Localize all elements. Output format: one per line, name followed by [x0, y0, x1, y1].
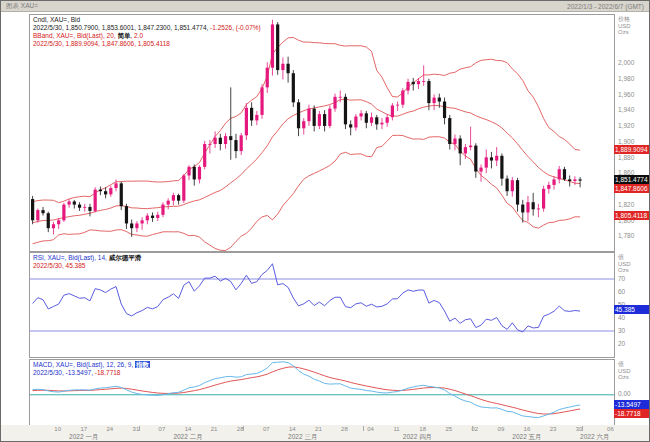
time-axis[interactable]: 1017243107142128071421280411182502091623…: [1, 425, 650, 442]
candle-body[interactable]: [401, 91, 404, 105]
candle-body[interactable]: [349, 124, 352, 127]
candle-body[interactable]: [57, 220, 60, 224]
candle-body[interactable]: [526, 202, 529, 212]
candlestick-chart[interactable]: [30, 15, 614, 251]
candle-body[interactable]: [203, 144, 206, 167]
rsi-panel[interactable]: RSI, XAU=, Bid(Last), 14, 威尔德平滑 2022/5/3…: [29, 252, 615, 358]
candle-body[interactable]: [547, 185, 550, 189]
candle-body[interactable]: [506, 179, 509, 192]
candle-body[interactable]: [83, 207, 86, 208]
candle-body[interactable]: [271, 24, 274, 67]
candle-body[interactable]: [380, 123, 383, 125]
candle-body[interactable]: [167, 201, 170, 205]
candle-body[interactable]: [125, 206, 128, 223]
candle-body[interactable]: [532, 202, 535, 209]
candle-body[interactable]: [245, 108, 248, 136]
candle-body[interactable]: [151, 216, 154, 218]
candle-body[interactable]: [73, 201, 76, 204]
candle-body[interactable]: [31, 199, 34, 220]
candle-body[interactable]: [234, 140, 237, 151]
candle-body[interactable]: [339, 97, 342, 98]
candle-body[interactable]: [448, 118, 451, 144]
candle-body[interactable]: [333, 97, 336, 109]
candle-body[interactable]: [146, 216, 149, 221]
candle-body[interactable]: [427, 81, 430, 103]
candle-body[interactable]: [474, 146, 477, 172]
candle-body[interactable]: [52, 224, 55, 228]
candle-body[interactable]: [193, 167, 196, 180]
candle-body[interactable]: [297, 102, 300, 128]
candle-body[interactable]: [563, 169, 566, 179]
candle-body[interactable]: [99, 190, 102, 192]
candle-body[interactable]: [521, 205, 524, 213]
candle-body[interactable]: [276, 24, 279, 70]
candle-body[interactable]: [328, 109, 331, 126]
candle-body[interactable]: [354, 116, 357, 127]
candle-body[interactable]: [438, 98, 441, 102]
candle-body[interactable]: [495, 156, 498, 161]
candle-body[interactable]: [396, 105, 399, 106]
candle-body[interactable]: [360, 113, 363, 116]
candle-body[interactable]: [443, 102, 446, 119]
candle-body[interactable]: [386, 117, 389, 123]
candle-body[interactable]: [224, 136, 227, 144]
candle-body[interactable]: [88, 207, 91, 211]
candle-body[interactable]: [240, 135, 243, 151]
candle-body[interactable]: [172, 195, 175, 201]
candle-body[interactable]: [161, 205, 164, 215]
candle-body[interactable]: [114, 183, 117, 188]
candle-body[interactable]: [313, 109, 316, 126]
candle-body[interactable]: [78, 205, 81, 208]
candle-body[interactable]: [558, 169, 561, 179]
candle-body[interactable]: [542, 189, 545, 209]
candle-body[interactable]: [579, 179, 582, 180]
candle-body[interactable]: [375, 117, 378, 124]
candle-body[interactable]: [266, 68, 269, 88]
candle-body[interactable]: [229, 136, 232, 140]
candle-body[interactable]: [323, 114, 326, 126]
candle-body[interactable]: [568, 179, 571, 181]
candle-body[interactable]: [469, 146, 472, 148]
candle-body[interactable]: [94, 190, 97, 211]
candle-body[interactable]: [422, 81, 425, 82]
candle-body[interactable]: [156, 215, 159, 218]
candle-body[interactable]: [260, 87, 263, 115]
rsi-chart[interactable]: [30, 253, 614, 357]
candle-body[interactable]: [464, 147, 467, 153]
candle-body[interactable]: [302, 121, 305, 128]
candle-body[interactable]: [537, 209, 540, 210]
candle-body[interactable]: [485, 157, 488, 167]
candle-body[interactable]: [412, 82, 415, 84]
candle-body[interactable]: [62, 205, 65, 221]
candle-body[interactable]: [68, 201, 71, 204]
candle-body[interactable]: [198, 167, 201, 180]
candle-body[interactable]: [453, 139, 456, 145]
candle-body[interactable]: [47, 213, 50, 228]
candle-body[interactable]: [214, 138, 217, 144]
candle-body[interactable]: [141, 220, 144, 223]
candle-body[interactable]: [365, 113, 368, 122]
candle-body[interactable]: [344, 97, 347, 125]
candle-body[interactable]: [406, 82, 409, 91]
candle-body[interactable]: [36, 210, 39, 220]
candle-body[interactable]: [287, 64, 290, 73]
candle-body[interactable]: [573, 179, 576, 181]
candle-body[interactable]: [281, 64, 284, 70]
candle-body[interactable]: [370, 117, 373, 123]
candle-body[interactable]: [479, 168, 482, 172]
candle-body[interactable]: [292, 73, 295, 102]
candle-body[interactable]: [109, 188, 112, 194]
candle-body[interactable]: [552, 179, 555, 185]
candle-body[interactable]: [417, 81, 420, 84]
candle-body[interactable]: [511, 180, 514, 191]
candle-body[interactable]: [41, 210, 44, 213]
candle-body[interactable]: [177, 195, 180, 201]
candle-body[interactable]: [255, 115, 258, 121]
candle-body[interactable]: [250, 108, 253, 121]
candle-body[interactable]: [130, 223, 133, 228]
candle-body[interactable]: [135, 223, 138, 228]
candle-body[interactable]: [459, 139, 462, 154]
candle-body[interactable]: [318, 114, 321, 126]
candle-body[interactable]: [120, 183, 123, 206]
candle-body[interactable]: [391, 105, 394, 117]
